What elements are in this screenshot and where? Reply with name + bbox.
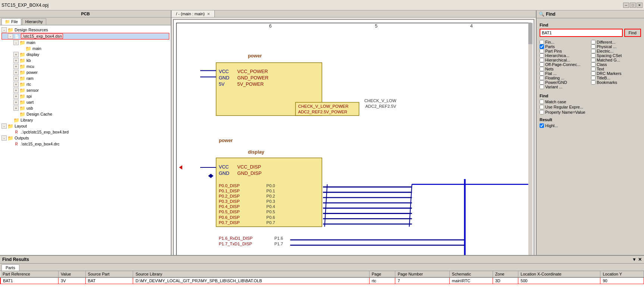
tree-item-layout[interactable]: -📁Layout bbox=[1, 123, 169, 129]
svg-text:P0.3: P0.3 bbox=[266, 199, 275, 204]
tree-expander-kb[interactable]: + bbox=[13, 58, 19, 63]
tree-expander-main-folder[interactable]: - bbox=[13, 40, 19, 45]
tree-icon-spi: 📁 bbox=[19, 94, 25, 99]
tree-item-main-folder[interactable]: -📁main bbox=[1, 40, 169, 45]
cb-partpins-input[interactable] bbox=[540, 49, 544, 53]
cb-drc-input[interactable] bbox=[591, 71, 596, 76]
tree-expander-ram[interactable]: + bbox=[13, 76, 19, 81]
tree-expander-outputs[interactable]: - bbox=[1, 135, 7, 141]
tab-file[interactable]: 📁 File bbox=[1, 18, 21, 25]
cb-parts-input[interactable] bbox=[540, 44, 544, 49]
cb-powergnd-input[interactable] bbox=[540, 80, 544, 85]
cb-variant-input[interactable] bbox=[540, 85, 544, 89]
tree-expander-display[interactable]: + bbox=[13, 52, 19, 57]
cb-floating-input[interactable] bbox=[540, 76, 544, 80]
minimize-button[interactable]: ─ bbox=[623, 3, 629, 8]
tree-icon-design-cache: 📁 bbox=[19, 111, 25, 117]
tree-expander-rtc[interactable]: + bbox=[13, 82, 19, 87]
cb-class-input[interactable] bbox=[591, 62, 596, 67]
tree-expander-mcu[interactable]: + bbox=[13, 64, 19, 69]
tree-expander-sensor[interactable]: + bbox=[13, 88, 19, 93]
tab-hierarchy[interactable]: Hierarchy bbox=[22, 18, 46, 25]
cb-nets-input[interactable] bbox=[540, 67, 544, 71]
col-zone: Zone bbox=[493, 271, 518, 277]
bottom-panel-close-icon[interactable]: ✕ bbox=[638, 257, 642, 262]
cb-flat-input[interactable] bbox=[540, 71, 544, 76]
cb-different-input[interactable] bbox=[591, 40, 596, 44]
cb-fin-label: Fin... bbox=[545, 40, 554, 44]
svg-text:P0.6_DISP: P0.6_DISP bbox=[219, 215, 240, 220]
svg-text:VCC: VCC bbox=[219, 164, 229, 170]
svg-text:P1.7: P1.7 bbox=[274, 242, 283, 246]
tree-icon-outputs: 📁 bbox=[7, 135, 13, 141]
tree-expander-layout[interactable]: - bbox=[1, 123, 7, 129]
tree-item-dsn[interactable]: -📄.\stc15_exp_box4.dsn bbox=[1, 33, 169, 40]
tree-icon-dsn: 📄 bbox=[14, 34, 20, 39]
cb-fin-input[interactable] bbox=[540, 40, 544, 44]
results-table-element: Part Reference Value Source Part Source … bbox=[0, 271, 644, 284]
cb-text-input[interactable] bbox=[591, 67, 596, 71]
tree-item-design-resources[interactable]: -📁Design Resources bbox=[1, 27, 169, 33]
tree-expander-usb[interactable]: + bbox=[13, 106, 19, 111]
find-button[interactable]: Find bbox=[624, 29, 641, 37]
tree-icon-library: 📁 bbox=[13, 117, 19, 123]
tree-expander-uart[interactable]: + bbox=[13, 100, 19, 105]
tree-item-spi[interactable]: +📁spi bbox=[1, 93, 169, 99]
cb-electric-input[interactable] bbox=[591, 49, 596, 53]
tree-item-design-cache[interactable]: 📁Design Cache bbox=[1, 111, 169, 117]
col-sourcepart: Source Part bbox=[85, 271, 133, 277]
cb-spacing-input[interactable] bbox=[591, 53, 596, 58]
center-tab-close[interactable]: ✕ bbox=[207, 12, 210, 16]
tree-icon-brd: R bbox=[13, 129, 19, 135]
table-row[interactable]: BAT13VBATD:\MY_DEV\MY_LOCAL_GIT_PRJ\MY_S… bbox=[0, 277, 644, 284]
cb-matched-input[interactable] bbox=[591, 58, 596, 62]
tree-item-outputs[interactable]: -📁Outputs bbox=[1, 135, 169, 141]
cb-physical-input[interactable] bbox=[591, 44, 596, 49]
cb-hier2-input[interactable] bbox=[540, 58, 544, 62]
tree-item-rtc[interactable]: +📁rtc bbox=[1, 81, 169, 87]
svg-text:5V: 5V bbox=[219, 81, 225, 87]
tree-item-power[interactable]: +📁power bbox=[1, 69, 169, 75]
tree-item-ram[interactable]: +📁ram bbox=[1, 75, 169, 81]
tree-icon-power: 📁 bbox=[19, 70, 25, 75]
cb-matched: Matched G... bbox=[591, 58, 641, 62]
tree-expander-power[interactable]: + bbox=[13, 70, 19, 75]
result-highlight-input[interactable] bbox=[540, 123, 544, 128]
tree-item-library[interactable]: 📁Library bbox=[1, 117, 169, 123]
workspace: PCB 📁 File Hierarchy -📁Design Resources-… bbox=[0, 10, 644, 302]
tree-expander-dsn[interactable]: - bbox=[8, 34, 13, 39]
tree-icon-rtc: 📁 bbox=[19, 82, 25, 87]
svg-text:P0.1_DISP: P0.1_DISP bbox=[219, 189, 240, 193]
tree-item-brd[interactable]: R..\pcb\stc15_exp_box4.brd bbox=[1, 129, 169, 135]
maximize-button[interactable]: □ bbox=[630, 3, 636, 8]
cb-bookmarks-input[interactable] bbox=[591, 80, 596, 85]
tree-expander-spi[interactable]: + bbox=[13, 94, 19, 99]
bottom-tabs: Parts bbox=[0, 264, 644, 271]
cb-offpage-input[interactable] bbox=[540, 62, 544, 67]
tree-item-main-sub[interactable]: 📁main bbox=[1, 45, 169, 51]
bottom-panel-down-icon[interactable]: ▼ bbox=[632, 257, 637, 262]
tree-item-kb[interactable]: +📁kb bbox=[1, 57, 169, 63]
cb-titleb-input[interactable] bbox=[591, 76, 596, 80]
tree-icon-main-sub: 📁 bbox=[25, 46, 31, 51]
tree-icon-ram: 📁 bbox=[19, 76, 25, 81]
center-tab-main[interactable]: / - (main : main) ✕ bbox=[172, 10, 215, 17]
tree-expander-design-resources[interactable]: - bbox=[1, 27, 7, 32]
opt-regex-input[interactable] bbox=[540, 105, 544, 109]
bottom-tab-parts[interactable]: Parts bbox=[1, 264, 19, 271]
tree-item-drc[interactable]: R.\stc15_exp_box4.drc bbox=[1, 141, 169, 147]
svg-text:P0.2: P0.2 bbox=[266, 194, 275, 198]
table-cell-9: 90 bbox=[600, 277, 644, 284]
tree-item-uart[interactable]: +📁uart bbox=[1, 99, 169, 105]
tree-item-sensor[interactable]: +📁sensor bbox=[1, 87, 169, 93]
opt-propname-input[interactable] bbox=[540, 110, 544, 114]
find-input[interactable] bbox=[540, 29, 623, 37]
opt-matchcase-input[interactable] bbox=[540, 100, 544, 104]
tree-item-display[interactable]: +📁display bbox=[1, 51, 169, 57]
tree-item-usb[interactable]: +📁usb bbox=[1, 105, 169, 111]
close-button[interactable]: ✕ bbox=[637, 3, 643, 8]
tree-item-mcu[interactable]: +📁mcu bbox=[1, 63, 169, 69]
svg-text:power: power bbox=[248, 53, 262, 59]
cb-hier1-input[interactable] bbox=[540, 53, 544, 58]
cb-floating-label: Floating ... bbox=[545, 76, 564, 80]
